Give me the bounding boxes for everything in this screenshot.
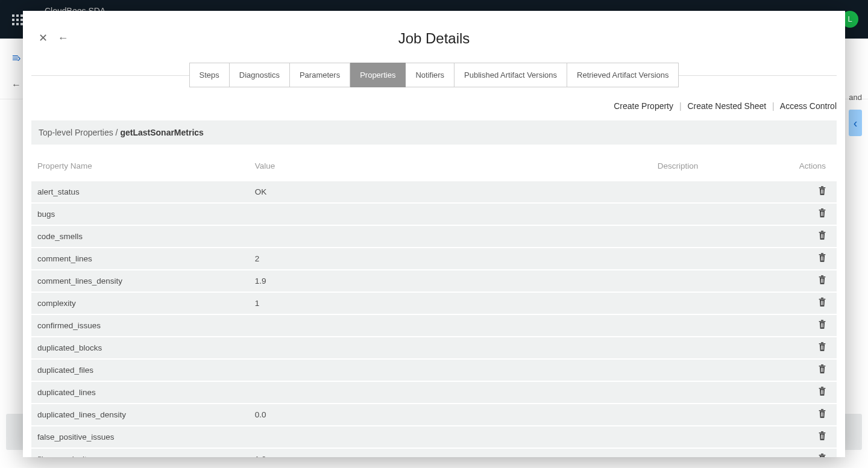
svg-rect-24 xyxy=(823,278,823,282)
trash-icon[interactable] xyxy=(817,454,826,457)
property-actions-row: Create Property | Create Nested Sheet | … xyxy=(23,88,845,117)
property-name-cell[interactable]: alert_status xyxy=(31,181,249,203)
property-actions-cell xyxy=(748,270,837,292)
trash-icon[interactable] xyxy=(817,208,826,218)
close-icon[interactable]: ✕ xyxy=(39,31,48,45)
svg-rect-42 xyxy=(821,367,822,372)
property-name-cell[interactable]: comment_lines_density xyxy=(31,270,249,292)
property-name-cell[interactable]: comment_lines xyxy=(31,248,249,270)
tab-notifiers[interactable]: Notifiers xyxy=(406,63,454,87)
drawer-toggle-icon[interactable]: ≡› xyxy=(12,52,20,64)
property-name-cell[interactable]: code_smells xyxy=(31,225,249,248)
trash-icon[interactable] xyxy=(817,253,826,263)
property-value-cell xyxy=(249,225,652,248)
svg-rect-21 xyxy=(821,275,823,276)
trash-icon[interactable] xyxy=(817,298,826,307)
svg-rect-59 xyxy=(823,434,823,438)
property-actions-cell xyxy=(748,314,837,337)
property-name-cell[interactable]: complexity xyxy=(31,292,249,314)
trash-icon[interactable] xyxy=(817,431,826,441)
back-arrow-icon[interactable]: ← xyxy=(57,32,68,45)
property-name-cell[interactable]: duplicated_lines xyxy=(31,381,249,404)
tab-steps[interactable]: Steps xyxy=(189,63,230,87)
svg-rect-60 xyxy=(819,455,826,455)
table-row: false_positive_issues xyxy=(31,426,837,448)
svg-rect-55 xyxy=(819,432,826,433)
property-name-cell[interactable]: confirmed_issues xyxy=(31,314,249,337)
property-value-cell xyxy=(249,359,652,381)
table-row: file_complexity1.0 xyxy=(31,448,837,457)
trash-icon[interactable] xyxy=(817,364,826,374)
trash-icon[interactable] xyxy=(817,275,826,285)
svg-rect-52 xyxy=(821,412,822,416)
access-control-link[interactable]: Access Control xyxy=(780,101,837,111)
property-value-cell: 2 xyxy=(249,248,652,270)
trash-icon[interactable] xyxy=(817,231,826,240)
tab-retrieved-artifacts[interactable]: Retrieved Artifact Versions xyxy=(567,63,679,87)
trash-icon[interactable] xyxy=(817,320,826,329)
tab-row: StepsDiagnosticsParametersPropertiesNoti… xyxy=(23,63,845,87)
svg-rect-17 xyxy=(821,256,822,260)
apps-grid-icon[interactable] xyxy=(12,14,23,25)
svg-rect-37 xyxy=(821,345,822,349)
modal-title: Job Details xyxy=(23,30,845,47)
create-nested-sheet-link[interactable]: Create Nested Sheet xyxy=(687,101,766,111)
property-name-cell[interactable]: duplicated_blocks xyxy=(31,337,249,359)
svg-rect-56 xyxy=(821,431,823,432)
svg-rect-1 xyxy=(821,186,823,187)
svg-rect-33 xyxy=(822,323,823,327)
property-description-cell xyxy=(652,181,748,203)
page-back-arrow-icon[interactable]: ← xyxy=(11,80,21,90)
svg-rect-29 xyxy=(823,301,823,305)
property-description-cell xyxy=(652,270,748,292)
svg-rect-34 xyxy=(823,323,823,327)
svg-rect-41 xyxy=(821,364,823,365)
property-name-cell[interactable]: false_positive_issues xyxy=(31,426,249,448)
bg-collapse-pill[interactable]: ‹ xyxy=(849,110,862,136)
svg-rect-50 xyxy=(819,410,826,411)
property-value-cell: OK xyxy=(249,181,652,203)
svg-rect-58 xyxy=(822,434,823,438)
property-name-cell[interactable]: bugs xyxy=(31,203,249,225)
tab-properties[interactable]: Properties xyxy=(350,63,406,87)
table-row: duplicated_lines_density0.0 xyxy=(31,404,837,426)
properties-breadcrumb: Top-level Properties / getLastSonarMetri… xyxy=(31,120,837,145)
col-header-description: Description xyxy=(652,153,748,181)
property-description-cell xyxy=(652,292,748,314)
property-value-cell xyxy=(249,426,652,448)
property-actions-cell xyxy=(748,426,837,448)
property-description-cell xyxy=(652,404,748,426)
svg-rect-20 xyxy=(819,276,826,277)
svg-rect-19 xyxy=(823,256,823,260)
create-property-link[interactable]: Create Property xyxy=(614,101,673,111)
svg-rect-61 xyxy=(821,454,823,454)
svg-rect-9 xyxy=(823,211,823,216)
property-name-cell[interactable]: file_complexity xyxy=(31,448,249,457)
breadcrumb-current: getLastSonarMetrics xyxy=(120,128,203,137)
property-value-cell xyxy=(249,203,652,225)
breadcrumb-prefix[interactable]: Top-level Properties / xyxy=(39,128,120,137)
svg-rect-25 xyxy=(819,299,826,299)
bg-right-label: and xyxy=(849,93,862,102)
trash-icon[interactable] xyxy=(817,387,826,396)
table-row: comment_lines_density1.9 xyxy=(31,270,837,292)
tab-published-artifacts[interactable]: Published Artifact Versions xyxy=(454,63,567,87)
property-name-cell[interactable]: duplicated_lines_density xyxy=(31,404,249,426)
property-actions-cell xyxy=(748,292,837,314)
table-row: bugs xyxy=(31,203,837,225)
trash-icon[interactable] xyxy=(817,409,826,419)
col-header-name: Property Name xyxy=(31,153,249,181)
svg-rect-54 xyxy=(823,412,823,416)
svg-rect-62 xyxy=(821,457,822,457)
tab-parameters[interactable]: Parameters xyxy=(290,63,350,87)
trash-icon[interactable] xyxy=(817,342,826,352)
property-value-cell xyxy=(249,381,652,404)
tab-diagnostics[interactable]: Diagnostics xyxy=(230,63,290,87)
trash-icon[interactable] xyxy=(817,186,826,196)
property-value-cell xyxy=(249,337,652,359)
property-name-cell[interactable]: duplicated_files xyxy=(31,359,249,381)
svg-rect-46 xyxy=(821,387,823,387)
svg-rect-36 xyxy=(821,342,823,343)
svg-rect-45 xyxy=(819,388,826,388)
property-description-cell xyxy=(652,314,748,337)
